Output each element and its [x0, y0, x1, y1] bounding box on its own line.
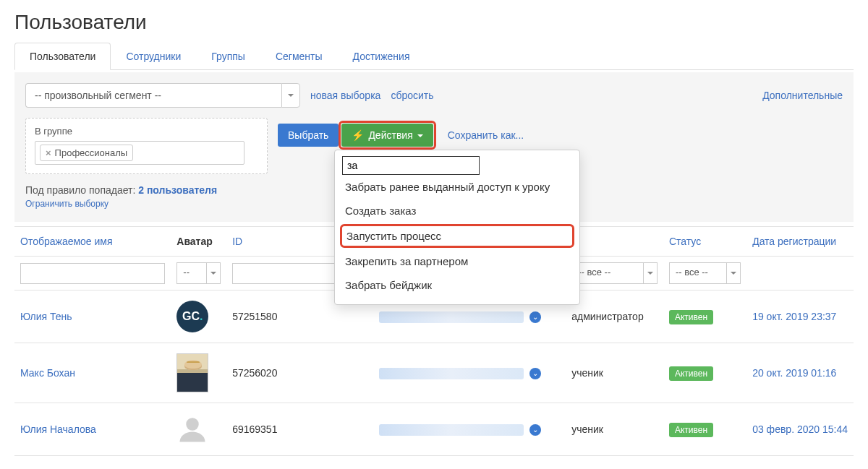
group-filter-label: В группе — [35, 126, 258, 137]
tab-achievements[interactable]: Достижения — [338, 43, 425, 70]
filter-panel: -- произвольный сегмент -- новая выборка… — [14, 72, 854, 222]
avatar-placeholder-icon — [176, 413, 208, 445]
filter-role-value: -- все -- — [571, 262, 643, 284]
actions-dropdown: Забрать ранее выданный доступ к уроку Со… — [334, 150, 580, 305]
user-email — [379, 368, 524, 379]
user-name-link[interactable]: Юлия Началова — [20, 423, 96, 435]
chevron-down-icon — [643, 262, 658, 284]
filter-role-select[interactable]: -- все -- — [571, 262, 658, 284]
dropdown-item-highlighted[interactable]: Запустить процесс — [340, 224, 574, 248]
email-expand-icon[interactable]: ⌄ — [529, 311, 541, 323]
user-id: 69169351 — [226, 403, 373, 456]
rule-count[interactable]: 2 пользователя — [138, 184, 217, 196]
filter-name-input[interactable] — [20, 263, 165, 284]
new-selection-link[interactable]: новая выборка — [310, 90, 380, 101]
chevron-down-icon — [206, 262, 221, 284]
filter-avatar-value: -- — [176, 262, 206, 284]
chevron-down-icon — [726, 262, 741, 284]
col-name[interactable]: Отображаемое имя — [14, 227, 171, 257]
status-badge: Активен — [669, 423, 713, 437]
user-regdate[interactable]: 19 окт. 2019 23:37 — [752, 311, 836, 322]
user-name-link[interactable]: Макс Бохан — [20, 367, 75, 379]
user-role: ученик — [566, 343, 663, 403]
col-regdate[interactable]: Дата регистрации — [746, 227, 854, 257]
user-regdate[interactable]: 20 окт. 2019 01:16 — [752, 367, 836, 379]
page-title: Пользователи — [14, 11, 854, 34]
select-button[interactable]: Выбрать — [278, 124, 339, 147]
dropdown-item[interactable]: Забрать бейджик — [342, 273, 572, 297]
filter-avatar-select[interactable]: -- — [176, 262, 221, 284]
svg-point-0 — [187, 418, 200, 431]
email-expand-icon[interactable]: ⌄ — [529, 368, 541, 379]
segment-select[interactable]: -- произвольный сегмент -- — [25, 83, 300, 108]
user-email — [379, 311, 524, 323]
group-tag-label: Профессионалы — [55, 147, 128, 158]
remove-tag-icon[interactable]: × — [46, 147, 51, 158]
chevron-down-icon — [281, 83, 300, 108]
tab-staff[interactable]: Сотрудники — [111, 43, 196, 70]
tab-groups[interactable]: Группы — [196, 43, 260, 70]
group-filter-box: В группе × Профессионалы — [25, 118, 268, 174]
avatar — [176, 353, 208, 392]
user-role: ученик — [566, 403, 663, 456]
user-id: 57256020 — [226, 343, 373, 403]
save-as-link[interactable]: Сохранить как... — [448, 129, 524, 141]
rule-text: Под правило попадает: — [25, 184, 138, 196]
avatar: GC. — [176, 301, 208, 332]
group-tag: × Профессионалы — [40, 145, 133, 161]
user-role: администратор — [566, 291, 663, 343]
user-regdate[interactable]: 03 февр. 2020 15:44 — [752, 423, 848, 435]
extra-link[interactable]: Дополнительные — [762, 90, 843, 101]
actions-button[interactable]: ⚡ Действия — [341, 124, 433, 147]
status-badge: Активен — [669, 310, 713, 324]
table-row: Юлия Началова 69169351 ⌄ ученик Активен … — [14, 403, 854, 456]
tab-segments[interactable]: Сегменты — [260, 43, 338, 70]
user-name-link[interactable]: Юлия Тень — [20, 311, 72, 322]
bolt-icon: ⚡ — [352, 129, 364, 141]
group-filter-input[interactable]: × Профессионалы — [35, 141, 244, 165]
actions-button-label: Действия — [368, 129, 412, 141]
email-expand-icon[interactable]: ⌄ — [529, 424, 541, 436]
dropdown-item[interactable]: Забрать ранее выданный доступ к уроку — [342, 175, 572, 199]
segment-select-value: -- произвольный сегмент -- — [25, 83, 281, 108]
actions-button-highlight: ⚡ Действия — [339, 121, 435, 150]
user-email — [379, 424, 524, 436]
dropdown-item[interactable]: Создать заказ — [342, 199, 572, 223]
tabs-bar: Пользователи Сотрудники Группы Сегменты … — [14, 43, 854, 70]
col-role[interactable] — [566, 227, 663, 257]
table-row: Макс Бохан 57256020 ⌄ ученик Активен 20 … — [14, 343, 854, 403]
dropdown-search-input[interactable] — [342, 156, 480, 175]
chevron-down-icon — [417, 129, 423, 141]
filter-status-value: -- все -- — [669, 262, 726, 284]
restrict-link[interactable]: Ограничить выборку — [25, 199, 109, 209]
col-status[interactable]: Статус — [663, 227, 746, 257]
reset-link[interactable]: сбросить — [391, 90, 433, 101]
dropdown-item[interactable]: Закрепить за партнером — [342, 249, 572, 273]
status-badge: Активен — [669, 366, 713, 381]
tab-users[interactable]: Пользователи — [14, 43, 111, 70]
filter-status-select[interactable]: -- все -- — [669, 262, 741, 284]
col-avatar: Аватар — [171, 227, 226, 257]
